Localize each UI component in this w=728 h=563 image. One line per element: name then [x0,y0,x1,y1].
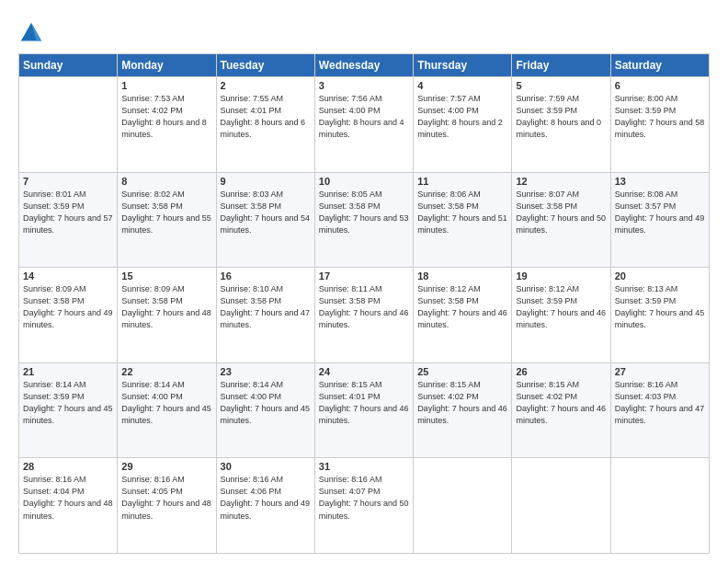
day-number: 20 [615,270,705,282]
day-number: 12 [516,176,606,187]
calendar-cell: 31Sunrise: 8:16 AMSunset: 4:07 PMDayligh… [314,458,413,554]
day-number: 14 [23,270,113,282]
day-info: Sunrise: 8:16 AMSunset: 4:03 PMDaylight:… [615,379,705,427]
day-number: 15 [121,270,211,282]
day-number: 17 [319,270,409,282]
calendar-cell: 28Sunrise: 8:16 AMSunset: 4:04 PMDayligh… [19,458,118,554]
day-number: 28 [23,461,113,472]
day-info: Sunrise: 7:56 AMSunset: 4:00 PMDaylight:… [319,93,409,141]
weekday-header-wednesday: Wednesday [314,54,413,77]
day-info: Sunrise: 8:09 AMSunset: 3:58 PMDaylight:… [121,283,211,331]
calendar-cell: 19Sunrise: 8:12 AMSunset: 3:59 PMDayligh… [512,268,610,363]
calendar-cell: 24Sunrise: 8:15 AMSunset: 4:01 PMDayligh… [314,362,413,458]
day-number: 18 [417,270,507,282]
header [18,17,710,46]
day-number: 11 [417,176,507,187]
weekday-header-row: SundayMondayTuesdayWednesdayThursdayFrid… [19,54,710,77]
calendar-cell [19,77,118,173]
day-number: 22 [121,366,211,377]
week-row-4: 28Sunrise: 8:16 AMSunset: 4:04 PMDayligh… [19,458,710,554]
logo [18,20,46,46]
day-number: 19 [516,270,606,282]
day-number: 10 [319,176,409,187]
day-info: Sunrise: 8:16 AMSunset: 4:06 PMDaylight:… [221,474,311,522]
day-number: 16 [221,270,311,282]
day-info: Sunrise: 8:16 AMSunset: 4:04 PMDaylight:… [23,474,113,522]
weekday-header-sunday: Sunday [19,54,118,77]
day-info: Sunrise: 8:16 AMSunset: 4:05 PMDaylight:… [121,474,211,522]
calendar-cell: 3Sunrise: 7:56 AMSunset: 4:00 PMDaylight… [314,77,413,173]
week-row-3: 21Sunrise: 8:14 AMSunset: 3:59 PMDayligh… [19,362,710,458]
day-info: Sunrise: 8:14 AMSunset: 4:00 PMDaylight:… [221,379,311,427]
calendar-cell: 30Sunrise: 8:16 AMSunset: 4:06 PMDayligh… [216,458,314,554]
calendar-cell: 5Sunrise: 7:59 AMSunset: 3:59 PMDaylight… [512,77,610,173]
calendar-cell: 27Sunrise: 8:16 AMSunset: 4:03 PMDayligh… [610,362,709,458]
calendar-cell: 7Sunrise: 8:01 AMSunset: 3:59 PMDaylight… [19,172,118,268]
day-number: 5 [516,80,606,91]
calendar-cell: 23Sunrise: 8:14 AMSunset: 4:00 PMDayligh… [216,362,314,458]
day-number: 21 [23,366,113,377]
calendar-cell: 25Sunrise: 8:15 AMSunset: 4:02 PMDayligh… [414,362,512,458]
calendar-cell: 6Sunrise: 8:00 AMSunset: 3:59 PMDaylight… [610,77,709,173]
day-info: Sunrise: 8:15 AMSunset: 4:02 PMDaylight:… [417,379,507,427]
calendar-cell [610,458,709,554]
week-row-1: 7Sunrise: 8:01 AMSunset: 3:59 PMDaylight… [19,172,710,268]
day-number: 9 [221,176,311,187]
day-number: 24 [319,366,409,377]
day-number: 25 [417,366,507,377]
day-info: Sunrise: 8:12 AMSunset: 3:58 PMDaylight:… [417,283,507,331]
day-info: Sunrise: 8:16 AMSunset: 4:07 PMDaylight:… [319,474,409,522]
day-info: Sunrise: 8:14 AMSunset: 4:00 PMDaylight:… [121,379,211,427]
day-info: Sunrise: 8:07 AMSunset: 3:58 PMDaylight:… [516,189,606,236]
day-info: Sunrise: 8:13 AMSunset: 3:59 PMDaylight:… [615,283,705,331]
day-number: 26 [516,366,606,377]
weekday-header-monday: Monday [118,54,216,77]
calendar-cell: 10Sunrise: 8:05 AMSunset: 3:58 PMDayligh… [314,172,413,268]
day-number: 29 [121,461,211,472]
day-number: 8 [121,176,211,187]
calendar-cell: 9Sunrise: 8:03 AMSunset: 3:58 PMDaylight… [216,172,314,268]
calendar-cell: 16Sunrise: 8:10 AMSunset: 3:58 PMDayligh… [216,268,314,363]
calendar-cell: 14Sunrise: 8:09 AMSunset: 3:58 PMDayligh… [19,268,118,363]
logo-icon [18,20,44,46]
day-number: 6 [615,80,705,91]
calendar-cell: 2Sunrise: 7:55 AMSunset: 4:01 PMDaylight… [216,77,314,173]
week-row-0: 1Sunrise: 7:53 AMSunset: 4:02 PMDaylight… [19,77,710,173]
calendar-cell: 11Sunrise: 8:06 AMSunset: 3:58 PMDayligh… [414,172,512,268]
weekday-header-friday: Friday [512,54,610,77]
calendar-cell: 12Sunrise: 8:07 AMSunset: 3:58 PMDayligh… [512,172,610,268]
calendar-cell: 8Sunrise: 8:02 AMSunset: 3:58 PMDaylight… [118,172,216,268]
day-number: 27 [615,366,705,377]
calendar-cell: 29Sunrise: 8:16 AMSunset: 4:05 PMDayligh… [118,458,216,554]
day-info: Sunrise: 8:15 AMSunset: 4:02 PMDaylight:… [516,379,606,427]
calendar-cell [512,458,610,554]
calendar-cell: 18Sunrise: 8:12 AMSunset: 3:58 PMDayligh… [414,268,512,363]
day-number: 13 [615,176,705,187]
calendar: SundayMondayTuesdayWednesdayThursdayFrid… [18,53,710,554]
weekday-header-tuesday: Tuesday [216,54,314,77]
day-info: Sunrise: 7:57 AMSunset: 4:00 PMDaylight:… [417,93,507,141]
day-number: 3 [319,80,409,91]
day-info: Sunrise: 8:14 AMSunset: 3:59 PMDaylight:… [23,379,113,427]
day-info: Sunrise: 8:09 AMSunset: 3:58 PMDaylight:… [23,283,113,331]
calendar-cell [414,458,512,554]
day-info: Sunrise: 8:08 AMSunset: 3:57 PMDaylight:… [615,189,705,236]
day-info: Sunrise: 8:06 AMSunset: 3:58 PMDaylight:… [417,189,507,236]
calendar-cell: 13Sunrise: 8:08 AMSunset: 3:57 PMDayligh… [610,172,709,268]
calendar-cell: 1Sunrise: 7:53 AMSunset: 4:02 PMDaylight… [118,77,216,173]
day-info: Sunrise: 8:11 AMSunset: 3:58 PMDaylight:… [319,283,409,331]
calendar-cell: 26Sunrise: 8:15 AMSunset: 4:02 PMDayligh… [512,362,610,458]
day-number: 2 [221,80,311,91]
calendar-cell: 17Sunrise: 8:11 AMSunset: 3:58 PMDayligh… [314,268,413,363]
calendar-cell: 4Sunrise: 7:57 AMSunset: 4:00 PMDaylight… [414,77,512,173]
day-info: Sunrise: 8:02 AMSunset: 3:58 PMDaylight:… [121,189,211,236]
day-info: Sunrise: 8:03 AMSunset: 3:58 PMDaylight:… [221,189,311,236]
day-info: Sunrise: 8:12 AMSunset: 3:59 PMDaylight:… [516,283,606,331]
day-info: Sunrise: 8:10 AMSunset: 3:58 PMDaylight:… [221,283,311,331]
day-info: Sunrise: 7:53 AMSunset: 4:02 PMDaylight:… [121,93,211,141]
day-number: 31 [319,461,409,472]
day-info: Sunrise: 7:55 AMSunset: 4:01 PMDaylight:… [221,93,311,141]
day-number: 4 [417,80,507,91]
week-row-2: 14Sunrise: 8:09 AMSunset: 3:58 PMDayligh… [19,268,710,363]
day-info: Sunrise: 7:59 AMSunset: 3:59 PMDaylight:… [516,93,606,141]
